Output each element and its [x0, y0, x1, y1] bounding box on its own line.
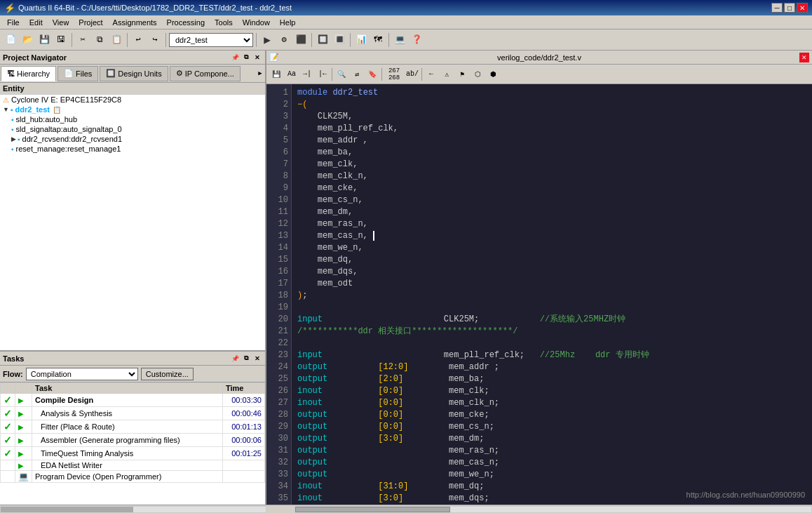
new-button[interactable]: 📄 — [3, 32, 18, 48]
customize-button[interactable]: Customize... — [141, 368, 194, 380]
project-dropdown[interactable]: ddr2_test — [169, 33, 253, 47]
undo-button[interactable]: ↩ — [130, 32, 146, 48]
menu-item-edit[interactable]: Edit — [25, 18, 47, 27]
pnav-close-button[interactable]: ✕ — [252, 53, 262, 62]
maximize-button[interactable]: □ — [784, 3, 795, 13]
expand-3[interactable]: ▶ — [18, 423, 24, 431]
etb-back[interactable]: ← — [424, 67, 438, 81]
menu-item-help[interactable]: Help — [276, 18, 300, 27]
table-row[interactable]: ✓ ▶ Fitter (Place & Route) 00:01:13 — [1, 420, 265, 434]
stop-button[interactable]: ⬛ — [293, 32, 309, 48]
menu-item-window[interactable]: Window — [238, 18, 274, 27]
etb-indent-in[interactable]: →| — [300, 67, 314, 81]
chipplanner-button[interactable]: 🗺 — [370, 32, 386, 48]
open-button[interactable]: 📂 — [20, 32, 35, 48]
device-icon: 💻 — [18, 472, 29, 481]
editor-close-button[interactable]: ✕ — [799, 53, 809, 62]
rtl-view-button[interactable]: 🔲 — [315, 32, 330, 48]
redo-button[interactable]: ↪ — [147, 32, 163, 48]
expand-5[interactable]: ▶ — [18, 450, 24, 458]
code-content[interactable]: module ddr2_test −( CLK25M, mem_pll_ref_… — [292, 84, 812, 505]
flow-label: Flow: — [3, 370, 23, 378]
etb-next-error[interactable]: ⚠ — [440, 67, 454, 81]
etb-save[interactable]: 💾 — [269, 67, 283, 81]
close-button[interactable]: ✕ — [797, 3, 808, 13]
horizontal-scrollbar[interactable] — [295, 506, 812, 513]
pnav-restore-button[interactable]: ⧉ — [241, 53, 251, 62]
tree-item-rcvsend[interactable]: ▶ ▪ ddr2_rcvsend:ddr2_rcvsend1 — [0, 134, 265, 144]
project-navigator: Project Navigator 📌 ⧉ ✕ 🏗 Hierarchy 📄 Fi… — [0, 51, 265, 352]
table-row[interactable]: ✓ ▶ Compile Design 00:03:30 — [1, 394, 265, 407]
table-row[interactable]: 💻 Program Device (Open Programmer) — [1, 471, 265, 483]
tab-ip-label: IP Compone... — [185, 69, 234, 78]
task-name-5: TimeQuest Timing Analysis — [32, 447, 223, 460]
tree-item-reset[interactable]: ▪ reset_manage:reset_manage1 — [0, 144, 265, 154]
flow-select[interactable]: Compilation — [26, 368, 138, 380]
etb-search-icon[interactable]: ab/ — [405, 67, 419, 81]
module-icon-signaltap: ▪ — [11, 126, 14, 133]
editor-area[interactable]: 1234567891011121314151617181920212223242… — [266, 84, 812, 505]
etb-split1[interactable]: ⬡ — [471, 67, 485, 81]
tasks-restore-button[interactable]: ⧉ — [241, 354, 251, 364]
menu-item-view[interactable]: View — [48, 18, 74, 27]
programmer-button[interactable]: 💻 — [392, 32, 407, 48]
signaltap-button[interactable]: 📊 — [353, 32, 369, 48]
help-button[interactable]: ❓ — [409, 32, 424, 48]
bottom-scrollbar[interactable] — [266, 505, 812, 513]
etb-format1[interactable]: Aa — [285, 67, 299, 81]
tasks-pin-button[interactable]: 📌 — [230, 354, 240, 364]
left-scrollbar[interactable] — [0, 505, 266, 513]
compile-button[interactable]: ▶ — [259, 32, 275, 48]
tree-item-signaltap[interactable]: ▪ sld_signaltap:auto_signaltap_0 — [0, 124, 265, 134]
title-bar-left: ⚡ Quartus II 64-Bit - C:/Users/tti/Deskt… — [4, 3, 292, 13]
tab-files[interactable]: 📄 Files — [57, 66, 98, 81]
etb-prev-error[interactable]: ⚑ — [455, 67, 469, 81]
etb-split2[interactable]: ⬢ — [486, 67, 500, 81]
etb-lineno[interactable]: 267268 — [384, 67, 404, 81]
tab-ip-components[interactable]: ⚙ IP Compone... — [170, 66, 241, 81]
tab-scroll-right[interactable]: ▶ — [255, 69, 265, 79]
tree-item-sldhub[interactable]: ▪ sld_hub:auto_hub — [0, 114, 265, 124]
minimize-button[interactable]: ─ — [771, 3, 783, 13]
module-icon-rcvsend: ▪ — [18, 135, 20, 143]
reset-label: reset_manage:reset_manage1 — [16, 145, 121, 153]
menu-item-file[interactable]: File — [3, 18, 24, 27]
tab-design-units[interactable]: 🔲 Design Units — [100, 66, 168, 81]
project-nav-content: Entity ⚠ Cyclone IV E: EP4CE115F29C8 ▼ ▪… — [0, 83, 265, 350]
expand-6[interactable]: ▶ — [18, 462, 24, 469]
device-item[interactable]: ⚠ Cyclone IV E: EP4CE115F29C8 — [0, 95, 265, 105]
tab-hierarchy[interactable]: 🏗 Hierarchy — [1, 66, 56, 81]
etb-find[interactable]: 🔍 — [334, 67, 349, 81]
table-row[interactable]: ✓ ▶ TimeQuest Timing Analysis 00:01:25 — [1, 447, 265, 460]
menu-item-project[interactable]: Project — [74, 18, 107, 27]
etb-replace[interactable]: ⇄ — [350, 67, 364, 81]
expand-2[interactable]: ▶ — [18, 410, 24, 418]
etb-bookmark[interactable]: 🔖 — [365, 67, 379, 81]
analyze-button[interactable]: ⚙ — [276, 32, 292, 48]
table-row[interactable]: ▶ EDA Netlist Writer — [1, 460, 265, 471]
pnav-pin-button[interactable]: 📌 — [230, 53, 240, 62]
save-all-button[interactable]: 🖫 — [53, 32, 69, 48]
save-button[interactable]: 💾 — [36, 32, 52, 48]
table-row[interactable]: ✓ ▶ Analysis & Synthesis 00:00:46 — [1, 407, 265, 420]
app-icon: ⚡ — [4, 3, 15, 13]
expand-1[interactable]: ▶ — [18, 397, 24, 404]
left-scrollbar-thumb[interactable] — [1, 507, 133, 512]
tech-map-button[interactable]: 🔳 — [332, 32, 347, 48]
paste-button[interactable]: 📋 — [109, 32, 124, 48]
menu-item-assignments[interactable]: Assignments — [109, 18, 161, 27]
copy-button[interactable]: ⧉ — [92, 32, 107, 48]
etb-sep2 — [381, 68, 382, 81]
tasks-close-button[interactable]: ✕ — [252, 354, 262, 364]
cut-button[interactable]: ✂ — [75, 32, 90, 48]
files-icon: 📄 — [64, 69, 74, 78]
etb-indent-out[interactable]: |← — [316, 67, 330, 81]
table-row[interactable]: ✓ ▶ Assembler (Generate programming file… — [1, 434, 265, 447]
expand-4[interactable]: ▶ — [18, 437, 24, 444]
menu-item-processing[interactable]: Processing — [163, 18, 209, 27]
menu-item-tools[interactable]: Tools — [210, 18, 237, 27]
title-text: Quartus II 64-Bit - C:/Users/tti/Desktop… — [18, 4, 292, 12]
tree-item-root[interactable]: ▼ ▪ ddr2_test 📋 — [0, 105, 265, 114]
left-horizontal-scrollbar[interactable] — [0, 506, 266, 513]
scrollbar-thumb[interactable] — [295, 507, 450, 512]
